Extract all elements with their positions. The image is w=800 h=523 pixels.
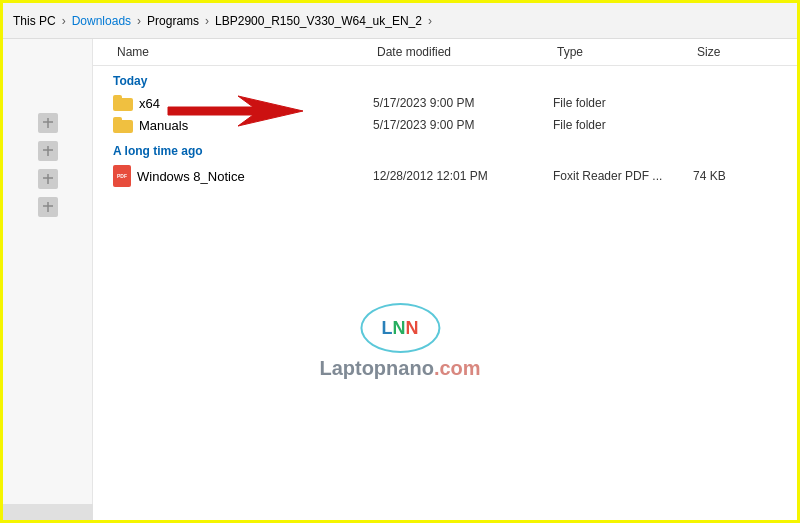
group-today: Today <box>93 66 797 92</box>
col-type[interactable]: Type <box>553 43 693 61</box>
file-date: 12/28/2012 12:01 PM <box>373 169 553 183</box>
folder-icon <box>113 95 133 111</box>
pin-icon-4[interactable] <box>38 197 58 217</box>
folder-icon <box>113 117 133 133</box>
pin-icon-1[interactable] <box>38 113 58 133</box>
column-headers: Name Date modified Type Size <box>93 39 797 66</box>
scrollbar-thumb[interactable] <box>3 504 93 520</box>
col-name[interactable]: Name <box>113 43 373 61</box>
file-name-manuals: Manuals <box>113 117 373 133</box>
file-date: 5/17/2023 9:00 PM <box>373 96 553 110</box>
pin-icon-2[interactable] <box>38 141 58 161</box>
file-type: Foxit Reader PDF ... <box>553 169 693 183</box>
file-name-x64: x64 <box>113 95 373 111</box>
sidebar <box>3 39 93 520</box>
address-bar[interactable]: This PC › Downloads › Programs › LBP2900… <box>3 3 797 39</box>
col-size[interactable]: Size <box>693 43 773 61</box>
breadcrumb-downloads[interactable]: Downloads <box>72 14 131 28</box>
pin-icon-3[interactable] <box>38 169 58 189</box>
breadcrumb-programs[interactable]: Programs <box>147 14 199 28</box>
pdf-icon <box>113 165 131 187</box>
table-row[interactable]: Windows 8_Notice 12/28/2012 12:01 PM Fox… <box>93 162 797 190</box>
group-longtime: A long time ago <box>93 136 797 162</box>
breadcrumb-folder[interactable]: LBP2900_R150_V330_W64_uk_EN_2 <box>215 14 422 28</box>
file-name-win8notice: Windows 8_Notice <box>113 165 373 187</box>
file-area[interactable]: Name Date modified Type Size Today x64 5… <box>93 39 797 520</box>
file-size: 74 KB <box>693 169 773 183</box>
table-row[interactable]: x64 5/17/2023 9:00 PM File folder <box>93 92 797 114</box>
file-type: File folder <box>553 96 693 110</box>
main-layout: Name Date modified Type Size Today x64 5… <box>3 39 797 520</box>
col-date[interactable]: Date modified <box>373 43 553 61</box>
table-row[interactable]: Manuals 5/17/2023 9:00 PM File folder <box>93 114 797 136</box>
file-type: File folder <box>553 118 693 132</box>
file-date: 5/17/2023 9:00 PM <box>373 118 553 132</box>
breadcrumb-thispc: This PC <box>13 14 56 28</box>
